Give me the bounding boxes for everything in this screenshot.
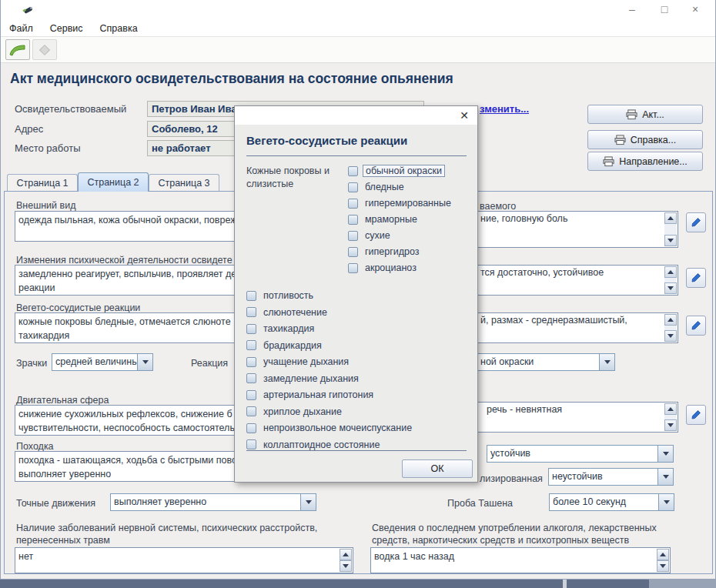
diseases-textarea[interactable]: нет [15, 547, 353, 573]
title-bar: – □ × [1, 0, 715, 20]
checkbox-option[interactable]: учащение дыхания [246, 356, 414, 367]
save-button[interactable] [32, 39, 57, 60]
consciousness-text: тся достаточно, устойчивое [480, 267, 604, 278]
checkbox-option[interactable]: хриплое дыхание [246, 406, 414, 417]
romberg-sens-combobox[interactable]: неустойчив [548, 468, 674, 486]
general-options-list: потливость слюнотечение тахикардия [246, 290, 414, 456]
checkbox-option[interactable]: гипергидроз [348, 246, 453, 257]
scrollbar[interactable] [657, 549, 669, 572]
checkbox[interactable] [246, 340, 256, 350]
checkbox-label: потливость [261, 290, 316, 301]
close-button[interactable]: × [683, 0, 708, 18]
chevron-down-icon[interactable] [300, 494, 316, 510]
checkbox[interactable] [246, 406, 256, 416]
checkbox-option[interactable]: непроизвольное мочеиспускание [246, 423, 414, 433]
scroll-up-icon[interactable] [664, 403, 677, 415]
scrollbar[interactable] [664, 212, 677, 246]
checkbox-option[interactable]: брадикардия [246, 340, 414, 351]
printer-icon [626, 109, 637, 120]
pupils-combobox[interactable]: средней величины [52, 353, 153, 371]
checkbox[interactable] [246, 373, 256, 383]
checkbox[interactable] [348, 215, 358, 225]
scroll-down-icon[interactable] [340, 560, 352, 572]
checkbox-option[interactable]: слюнотечение [246, 307, 414, 318]
checkbox[interactable] [246, 324, 256, 334]
precise-movements-combobox[interactable]: выполняет уверенно [110, 493, 316, 511]
tashen-label: Проба Ташена [447, 497, 513, 509]
print-act-button[interactable]: Акт... [587, 105, 703, 124]
tremor-text: й, размах - среднеразмашистый, [480, 315, 627, 326]
diamond-icon [38, 43, 52, 57]
scrollbar[interactable] [664, 314, 677, 342]
chevron-down-icon[interactable] [137, 354, 152, 370]
tashen-combobox[interactable]: более 10 секунд [549, 493, 674, 511]
chevron-down-icon[interactable] [657, 446, 673, 462]
checkbox-option[interactable]: сухие [348, 230, 453, 241]
last-use-textarea[interactable]: водка 1 час назад [370, 547, 671, 573]
checkbox-label: гипергидроз [363, 246, 422, 257]
checkbox-option[interactable]: коллаптоидное состояние [246, 439, 414, 450]
scroll-down-icon[interactable] [664, 235, 677, 246]
checkbox[interactable] [348, 199, 358, 209]
speech-edit-button[interactable] [686, 405, 706, 425]
scrollbar[interactable] [664, 266, 677, 294]
scroll-up-icon[interactable] [664, 266, 677, 278]
menu-file[interactable]: Файл [1, 22, 42, 35]
scroll-up-icon[interactable] [664, 212, 677, 224]
pupil-color-value: ной окраски [480, 356, 534, 367]
complaints-edit-button[interactable] [686, 212, 706, 232]
scroll-up-icon[interactable] [664, 314, 677, 326]
scroll-down-icon[interactable] [664, 282, 677, 294]
print-certificate-button[interactable]: Справка... [587, 130, 703, 149]
checkbox-option[interactable]: тахикардия [246, 323, 414, 334]
maximize-button[interactable]: □ [652, 0, 677, 18]
checkbox[interactable] [348, 263, 358, 273]
consciousness-edit-button[interactable] [686, 268, 706, 288]
checkbox-option[interactable]: бледные [348, 182, 453, 192]
minimize-button[interactable]: – [620, 0, 644, 18]
tab-page3[interactable]: Страница 3 [149, 174, 219, 192]
checkbox[interactable] [246, 423, 256, 433]
dialog-close-icon[interactable]: ✕ [457, 109, 471, 122]
edit-link[interactable]: зменить... [480, 103, 529, 115]
checkbox-option[interactable]: артериальная гипотония [246, 389, 414, 400]
scrollbar[interactable] [664, 403, 677, 431]
menu-service[interactable]: Сервис [42, 22, 92, 35]
checkbox[interactable] [246, 291, 256, 301]
scroll-down-icon[interactable] [664, 419, 677, 431]
tremor-edit-button[interactable] [686, 316, 706, 336]
checkbox[interactable] [348, 231, 358, 241]
checkbox-option[interactable]: замедление дыхания [246, 373, 414, 384]
scroll-up-icon[interactable] [340, 549, 352, 560]
pencil-icon [690, 272, 702, 284]
scroll-down-icon[interactable] [657, 560, 669, 572]
chevron-down-icon[interactable] [658, 494, 674, 510]
menu-help[interactable]: Справка [92, 22, 146, 35]
checkbox-option[interactable]: обычной окраски [348, 165, 453, 176]
checkbox-label: замедление дыхания [261, 373, 361, 384]
scrollbar[interactable] [340, 549, 352, 572]
checkbox-option[interactable]: мраморные [348, 214, 453, 225]
tab-page1[interactable]: Страница 1 [7, 174, 78, 192]
checkbox-option[interactable]: гиперемированные [348, 198, 453, 209]
checkbox[interactable] [246, 439, 256, 449]
checkbox[interactable] [246, 357, 256, 367]
checkbox[interactable] [246, 307, 256, 317]
checkbox[interactable] [348, 166, 358, 176]
tab-page2[interactable]: Страница 2 [78, 172, 149, 192]
open-button[interactable] [5, 39, 30, 60]
print-referral-button[interactable]: Направление... [587, 152, 703, 171]
romberg-combobox[interactable]: устойчив [487, 445, 674, 463]
scroll-down-icon[interactable] [664, 330, 677, 342]
checkbox[interactable] [246, 390, 256, 400]
checkbox-option[interactable]: акроцианоз [348, 262, 453, 273]
checkbox-option[interactable]: потливость [246, 290, 414, 301]
chevron-down-icon[interactable] [599, 354, 614, 370]
checkbox[interactable] [348, 247, 358, 257]
checkbox-label: бледные [363, 182, 407, 192]
checkbox[interactable] [348, 182, 358, 192]
ok-button[interactable]: ОК [402, 459, 473, 478]
chevron-down-icon[interactable] [657, 469, 673, 485]
dialog-title: Вегето-сосудистые реакции [246, 134, 407, 147]
scroll-up-icon[interactable] [657, 549, 669, 560]
